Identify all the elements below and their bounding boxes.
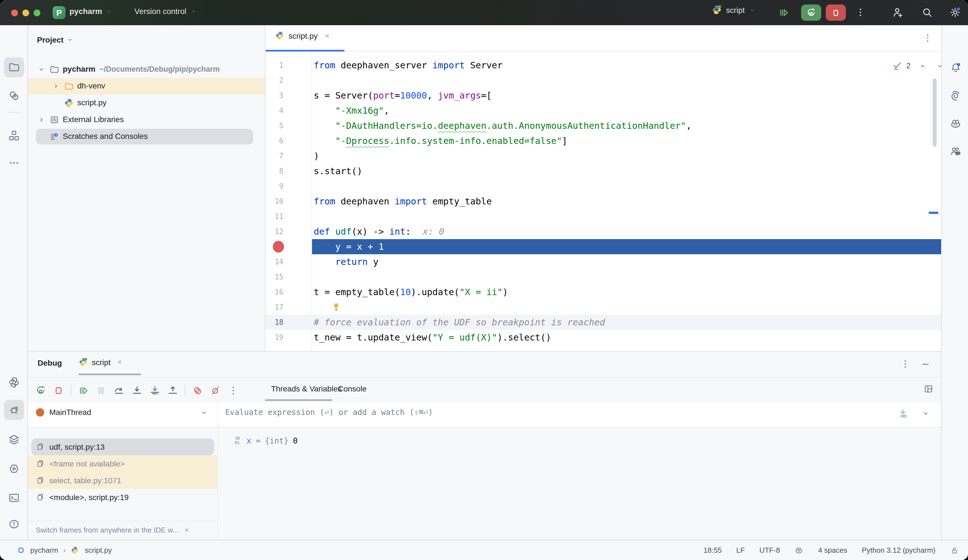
code-line-3[interactable]: s = Server(port=10000, jvm_args=[	[314, 88, 492, 103]
intention-bulb-icon[interactable]	[330, 301, 342, 313]
close-icon[interactable]	[183, 527, 191, 533]
status-item[interactable]: Python 3.12 (pycharm)	[862, 546, 935, 554]
add-user-icon[interactable]	[892, 6, 904, 18]
editor-options-kebab-icon[interactable]	[922, 33, 933, 44]
tree-item-scratches-and-consoles[interactable]: Scratches and Consoles	[28, 128, 265, 145]
code-line-6[interactable]: "-Dprocess.info.system-info.enabled=fals…	[314, 133, 567, 148]
chevron-down-icon[interactable]	[37, 65, 46, 74]
pause-icon[interactable]	[95, 384, 107, 396]
code-line-4[interactable]: "-Xmx16g",	[314, 103, 390, 118]
close-icon[interactable]	[116, 358, 124, 366]
run-config-selector[interactable]: script	[711, 5, 756, 15]
frame-row[interactable]: <frame not available>	[28, 455, 217, 472]
stop-button[interactable]	[826, 5, 846, 21]
line-number[interactable]: 6	[265, 133, 283, 148]
rerun-debug-button[interactable]	[801, 5, 821, 21]
close-window-button[interactable]	[11, 9, 18, 16]
code-line-1[interactable]: from deephaven_server import Server	[314, 58, 502, 73]
chevron-up-icon[interactable]	[918, 61, 927, 70]
line-number[interactable]: 15	[265, 269, 283, 285]
problems-icon[interactable]	[4, 514, 24, 534]
ai-assistant-icon[interactable]	[946, 86, 966, 106]
line-number[interactable]: 7	[265, 148, 283, 164]
more-tool-windows-icon[interactable]	[4, 153, 24, 173]
services-icon[interactable]	[4, 429, 24, 450]
code-line-5[interactable]: "-DAuthHandlers=io.deephaven.auth.Anonym…	[314, 118, 691, 133]
line-number[interactable]: 14	[265, 254, 283, 269]
chevron-right-icon[interactable]	[51, 82, 61, 91]
code-line-19[interactable]: t_new = t.update_view("Y = udf(X)").sele…	[314, 330, 551, 345]
tree-item-dh-venv[interactable]: dh-venv	[28, 78, 265, 94]
debug-session-tab[interactable]: script	[78, 357, 124, 367]
status-item[interactable]: UTF-8	[759, 546, 780, 554]
minimize-window-button[interactable]	[22, 9, 29, 16]
zoom-window-button[interactable]	[34, 9, 40, 16]
pycharm-logo[interactable]: P	[53, 6, 66, 19]
mute-breakpoints-icon[interactable]	[209, 384, 221, 396]
stop-red-icon[interactable]	[53, 384, 65, 396]
code-editor[interactable]: 1from deephaven_server import Server23s …	[265, 51, 941, 351]
code-line-13[interactable]: y = x + 1	[314, 239, 384, 254]
close-icon[interactable]	[323, 31, 331, 40]
thread-selector[interactable]: MainThread	[36, 408, 91, 417]
line-number[interactable]: 1	[265, 58, 283, 73]
line-number[interactable]: 3	[265, 88, 283, 103]
force-step-into-icon[interactable]	[149, 384, 161, 396]
code-line-18[interactable]: # force evaluation of the UDF so breakpo…	[314, 315, 605, 330]
breadcrumb-file[interactable]: script.py	[85, 546, 112, 554]
line-number[interactable]: 8	[265, 164, 283, 179]
tree-item-pycharm[interactable]: pycharm~/Documents/Debug/pip/pycharm	[28, 61, 265, 78]
project-panel-header[interactable]: Project	[37, 35, 74, 44]
line-number[interactable]: 16	[265, 285, 283, 300]
notifications-icon[interactable]	[946, 58, 966, 78]
plugin-monkey-icon[interactable]	[946, 114, 966, 134]
add-watch-icon[interactable]	[898, 408, 910, 419]
monkey-icon[interactable]	[795, 546, 804, 555]
view-breakpoints-icon[interactable]	[192, 384, 203, 396]
tab-console[interactable]: Console	[338, 384, 366, 393]
editor-scrollbar[interactable]	[933, 78, 937, 147]
rerun-debug-icon[interactable]	[35, 384, 46, 396]
debug-options-kebab-icon[interactable]	[900, 358, 911, 369]
code-with-me-icon[interactable]	[946, 142, 966, 162]
status-item[interactable]: 18:55	[704, 546, 722, 554]
help-circles-icon[interactable]: ?	[4, 86, 24, 106]
vcs-menu[interactable]: Version control	[134, 7, 197, 16]
line-number[interactable]: 5	[265, 118, 283, 133]
variable-row[interactable]: 1001 x = {int} 0	[233, 433, 298, 448]
run-icon[interactable]	[4, 459, 24, 479]
lock-open-icon[interactable]	[950, 546, 959, 555]
chevron-down-icon[interactable]	[199, 408, 208, 417]
settings-gear-icon[interactable]	[949, 6, 961, 18]
hide-panel-icon[interactable]	[920, 358, 931, 369]
line-number[interactable]: 4	[265, 103, 283, 118]
structure-icon[interactable]	[4, 126, 24, 146]
line-number[interactable]: 11	[265, 209, 283, 224]
breakpoint-icon[interactable]	[273, 241, 284, 253]
step-over-icon[interactable]	[113, 384, 125, 396]
status-item[interactable]: LF	[736, 546, 745, 554]
tree-item-script-py[interactable]: script.py	[28, 94, 265, 111]
terminal-icon[interactable]	[4, 488, 24, 508]
line-number[interactable]: 2	[265, 73, 283, 88]
line-number[interactable]: 18	[265, 315, 283, 330]
chevron-down-icon[interactable]	[921, 409, 930, 418]
frame-row[interactable]: udf, script.py:13	[31, 439, 214, 455]
evaluate-expression-input[interactable]: Evaluate expression (⏎) or add a watch (…	[225, 408, 433, 417]
project-tool-icon[interactable]	[4, 57, 24, 77]
line-number[interactable]: 19	[265, 330, 283, 345]
python-console-icon[interactable]	[4, 373, 24, 393]
tab-threads-variables[interactable]: Threads & Variables	[271, 384, 342, 393]
line-number[interactable]: 12	[265, 224, 283, 239]
code-line-10[interactable]: from deephaven import empty_table	[314, 194, 492, 209]
breadcrumb-project[interactable]: pycharm	[30, 546, 58, 554]
frame-row[interactable]: select, table.py:1071	[28, 472, 217, 489]
tree-item-external-libraries[interactable]: External Libraries	[28, 111, 265, 128]
step-out-icon[interactable]	[167, 384, 179, 396]
search-icon[interactable]	[921, 6, 933, 18]
code-line-16[interactable]: t = empty_table(10).update("X = ii")	[314, 285, 508, 300]
debug-icon[interactable]	[4, 400, 24, 420]
step-into-icon[interactable]	[131, 384, 143, 396]
chevron-down-icon[interactable]	[935, 61, 944, 70]
code-line-12[interactable]: def udf(x) -> int:x: 0	[314, 224, 444, 239]
